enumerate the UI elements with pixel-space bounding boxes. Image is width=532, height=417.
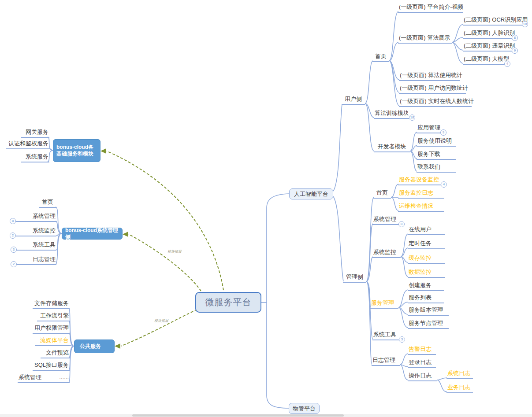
- topic-page-online-users-stats[interactable]: (一级页面) 实时在线人数统计: [399, 98, 472, 107]
- topic-admin-home[interactable]: 首页: [373, 189, 391, 199]
- topic-subpage-large-model[interactable]: (二级页面) 大模型: [463, 55, 505, 65]
- topic-system-management-admin[interactable]: 系统管理: [372, 216, 400, 225]
- topic-bc-log-management[interactable]: 日志管理: [15, 256, 56, 265]
- count-badge-app-management[interactable]: 9: [440, 129, 446, 136]
- topic-bc-system-monitor[interactable]: 系统监控: [15, 227, 56, 236]
- topic-ops-check-status[interactable]: 运维检查情况: [398, 203, 444, 212]
- topic-bonus-cloud-base-modules[interactable]: bonus-cloud各基础服务和模块: [53, 139, 100, 162]
- count-badge-bc-system-monitor[interactable]: 2: [10, 232, 16, 239]
- topic-streaming-platform[interactable]: 流媒体平台: [35, 337, 70, 346]
- count-badge-training-module[interactable]: 18: [409, 114, 415, 121]
- link-label-module-extension-2: 模块拓展: [154, 318, 168, 323]
- topic-subpage-violation-recognition[interactable]: (二级页面) 违章识别: [463, 42, 512, 52]
- topic-bc-system-tools[interactable]: 系统工具: [15, 241, 56, 251]
- topic-developer-module[interactable]: 开发者模块: [374, 143, 410, 152]
- topic-property-platform[interactable]: 物管平台: [289, 403, 320, 414]
- topic-public-services[interactable]: 公共服务: [74, 340, 115, 353]
- count-badge-large-model[interactable]: 4: [504, 61, 510, 67]
- topic-scheduled-tasks[interactable]: 定时任务: [408, 240, 445, 249]
- topic-service-monitor-log[interactable]: 服务监控日志: [398, 189, 444, 199]
- root-topic[interactable]: 微服务平台: [195, 292, 261, 313]
- topic-system-service[interactable]: 系统服务: [21, 153, 49, 162]
- count-badge-system-tools[interactable]: 3: [399, 336, 405, 343]
- topic-service-list[interactable]: 服务列表: [408, 294, 444, 303]
- mindmap-canvas[interactable]: 微服务平台 人工智能平台 物管平台 bonus-cloud各基础服务和模块 bo…: [0, 0, 532, 417]
- link-label-module-extension-1: 模块拓展: [167, 249, 182, 254]
- topic-page-algorithm-usage-stats[interactable]: (一级页面) 算法使用统计: [399, 72, 460, 81]
- topic-service-download[interactable]: 服务下载: [417, 151, 456, 160]
- count-badge-violation[interactable]: 9: [512, 48, 518, 54]
- count-badge-bc-log-management[interactable]: 2: [11, 261, 17, 267]
- topic-bc-system-management[interactable]: 系统管理: [15, 213, 56, 222]
- topic-contact-us[interactable]: 联系我们: [417, 163, 456, 173]
- topic-user-side[interactable]: 用户侧: [342, 96, 365, 105]
- topic-service-usage-guide[interactable]: 服务使用说明: [417, 137, 456, 147]
- topic-system-tools-admin[interactable]: 系统工具: [372, 331, 400, 340]
- topic-bc-home[interactable]: 首页: [39, 199, 56, 208]
- topic-file-preview[interactable]: 文件预览: [41, 349, 70, 358]
- topic-create-service[interactable]: 创建服务: [408, 282, 444, 291]
- topic-login-log[interactable]: 登录日志: [408, 359, 436, 368]
- connector-lines: [0, 0, 532, 417]
- topic-algorithm-training-module[interactable]: 算法训练模块: [374, 110, 409, 119]
- topic-sql-interface-service[interactable]: SQL接口服务: [33, 362, 70, 371]
- topic-page-user-visit-stats[interactable]: (一级页面) 用户访问数统计: [399, 85, 466, 94]
- topic-page-intro-video[interactable]: (一级页面) 平台简介-视频: [398, 4, 463, 13]
- topic-label: 系统管理: [19, 374, 41, 381]
- topic-system-log[interactable]: 系统日志: [446, 370, 473, 379]
- horizontal-scrollbar-thumb[interactable]: [132, 414, 344, 417]
- horizontal-scrollbar[interactable]: [0, 414, 532, 417]
- topic-admin-side[interactable]: 管理侧: [343, 273, 366, 283]
- topic-app-management[interactable]: 应用管理: [417, 124, 442, 133]
- topic-data-monitor[interactable]: 数据监控: [408, 269, 445, 278]
- topic-gateway-service[interactable]: 网关服务: [21, 129, 49, 138]
- topic-cache-monitor[interactable]: 缓存监控: [408, 255, 445, 264]
- count-badge-bc-system-tools[interactable]: 3: [11, 247, 17, 253]
- topic-online-users[interactable]: 在线用户: [408, 226, 445, 235]
- topic-subpage-face-recognition[interactable]: (二级页面) 人脸识别: [463, 30, 512, 39]
- topic-bonus-cloud-admin-side[interactable]: bonus-cloud系统管理侧: [62, 228, 123, 240]
- topic-public-system-management[interactable]: 系统管理 ......: [18, 374, 70, 383]
- topic-user-permission-management[interactable]: 用户权限管理: [33, 325, 70, 334]
- count-badge-bc-system-management[interactable]: 8: [10, 218, 16, 224]
- count-badge-ocr[interactable]: 18: [522, 21, 528, 27]
- topic-page-algorithm-demo[interactable]: (一级页面) 算法展示: [398, 34, 452, 44]
- topic-service-node-management[interactable]: 服务节点管理: [408, 320, 449, 329]
- topic-alert-log[interactable]: 告警日志: [408, 346, 436, 355]
- topic-system-monitor[interactable]: 系统监控: [372, 249, 401, 258]
- topic-subpage-ocr[interactable]: (二级页面) OCR识别应用: [463, 16, 522, 26]
- topic-file-storage-service[interactable]: 文件存储服务: [33, 300, 70, 309]
- topic-service-version-management[interactable]: 服务版本管理: [408, 306, 449, 316]
- topic-server-device-monitor[interactable]: 服务器设备监控: [398, 176, 442, 185]
- topic-auth-service[interactable]: 认证和鉴权服务: [6, 140, 49, 149]
- topic-workflow-engine[interactable]: 工作流引擎: [37, 312, 70, 321]
- more-dots: ......: [59, 374, 69, 381]
- count-badge-face[interactable]: 8: [512, 35, 518, 41]
- topic-ai-platform[interactable]: 人工智能平台: [289, 188, 333, 199]
- topic-log-management-admin[interactable]: 日志管理: [372, 357, 400, 366]
- count-badge-server-monitor[interactable]: 4: [441, 181, 447, 188]
- topic-user-home[interactable]: 首页: [372, 53, 389, 62]
- topic-business-log[interactable]: 业务日志: [446, 384, 473, 393]
- count-badge-system-management[interactable]: 8: [398, 221, 405, 227]
- topic-operation-log[interactable]: 操作日志: [408, 372, 437, 381]
- topic-service-management[interactable]: 服务管理: [370, 299, 398, 309]
